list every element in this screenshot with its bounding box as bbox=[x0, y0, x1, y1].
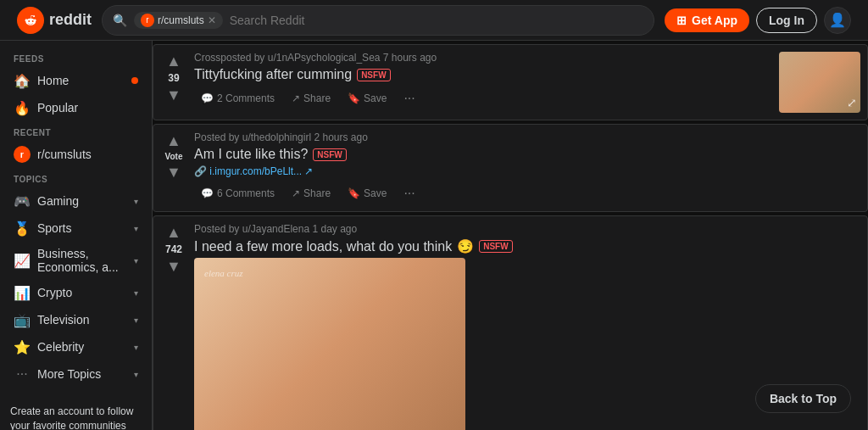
chevron-down-icon: ▾ bbox=[134, 288, 138, 298]
post-time: 7 hours ago bbox=[383, 52, 437, 64]
logo-text: reddit bbox=[49, 11, 92, 29]
home-icon: 🏠 bbox=[14, 72, 31, 89]
chevron-down-icon: ▾ bbox=[134, 343, 138, 352]
business-icon: 📈 bbox=[14, 252, 31, 269]
post-meta: Posted by u/JayandElena 1 day ago bbox=[194, 223, 860, 235]
main-layout: FEEDS 🏠 Home 🔥 Popular RECENT r r/cumslu… bbox=[0, 41, 868, 430]
recent-label: RECENT bbox=[0, 121, 152, 141]
sidebar-item-gaming[interactable]: 🎮 Gaming ▾ bbox=[0, 187, 152, 215]
share-icon: ↗ bbox=[292, 92, 300, 104]
comments-button[interactable]: 💬 2 Comments bbox=[194, 89, 281, 108]
vote-count: 39 bbox=[168, 72, 179, 84]
chevron-down-icon: ▾ bbox=[134, 316, 138, 325]
post-prefix: Posted by bbox=[194, 131, 239, 143]
nsfw-badge: nsfw bbox=[313, 148, 346, 161]
post-body: Crossposted by u/1nAPsychological_Sea 7 … bbox=[194, 52, 772, 113]
post-body: Posted by u/thedolphingirl 2 hours ago A… bbox=[194, 131, 860, 204]
upvote-button[interactable]: ▲ bbox=[164, 223, 183, 242]
feeds-label: FEEDS bbox=[0, 47, 152, 67]
sidebar-item-crypto[interactable]: 📊 Crypto ▾ bbox=[0, 279, 152, 306]
save-button[interactable]: 🔖 Save bbox=[341, 184, 393, 203]
post-title[interactable]: Am I cute like this? nsfw bbox=[194, 147, 860, 162]
search-bar: 🔍 r r/cumsluts ✕ bbox=[102, 5, 654, 36]
external-link-icon: ↗ bbox=[304, 165, 313, 177]
celebrity-icon: ⭐ bbox=[14, 338, 31, 355]
search-tag[interactable]: r r/cumsluts ✕ bbox=[134, 12, 223, 29]
comments-icon: 💬 bbox=[201, 92, 214, 104]
sidebar-item-home[interactable]: 🏠 Home bbox=[0, 67, 152, 94]
emoji: 😏 bbox=[457, 238, 474, 254]
logo-area[interactable]: reddit bbox=[17, 7, 92, 34]
sidebar-item-rcumsluts[interactable]: r r/cumsluts bbox=[0, 141, 152, 168]
downvote-button[interactable]: ▼ bbox=[164, 257, 183, 276]
search-input[interactable] bbox=[230, 14, 643, 27]
login-button[interactable]: Log In bbox=[756, 8, 817, 33]
more-icon: ··· bbox=[14, 366, 31, 383]
nsfw-badge: nsfw bbox=[479, 240, 512, 253]
save-button[interactable]: 🔖 Save bbox=[341, 89, 393, 108]
sidebar-rcumsluts-label: r/cumsluts bbox=[37, 148, 138, 161]
comments-button[interactable]: 💬 6 Comments bbox=[194, 184, 281, 203]
sidebar-popular-label: Popular bbox=[37, 101, 138, 114]
save-icon: 🔖 bbox=[348, 187, 360, 199]
join-section: Create an account to follow your favorit… bbox=[0, 394, 152, 430]
image-watermark: elena cruz bbox=[204, 268, 243, 430]
get-app-button[interactable]: ⊞ Get App bbox=[665, 8, 749, 32]
sidebar-more-label: More Topics bbox=[37, 367, 127, 381]
more-button[interactable]: ··· bbox=[397, 182, 421, 204]
sidebar-celebrity-label: Celebrity bbox=[37, 340, 127, 354]
sidebar-item-popular[interactable]: 🔥 Popular bbox=[0, 94, 152, 121]
post-title[interactable]: I need a few more loads, what do you thi… bbox=[194, 238, 860, 254]
reddit-logo-icon bbox=[17, 7, 44, 34]
nsfw-badge: nsfw bbox=[357, 69, 390, 81]
back-to-top-button[interactable]: Back to Top bbox=[755, 384, 851, 413]
post-thumbnail[interactable]: ⤢ bbox=[779, 52, 860, 113]
downvote-button[interactable]: ▼ bbox=[164, 163, 183, 181]
chevron-down-icon: ▾ bbox=[134, 197, 138, 206]
search-icon: 🔍 bbox=[113, 14, 127, 27]
post-author: u/JayandElena bbox=[242, 223, 309, 235]
chevron-down-icon: ▾ bbox=[134, 370, 138, 379]
comments-count: 6 Comments bbox=[217, 187, 275, 199]
post-title[interactable]: Tittyfucking after cumming nsfw bbox=[194, 67, 772, 82]
share-button[interactable]: ↗ Share bbox=[285, 89, 337, 108]
sidebar-business-label: Business, Economics, a... bbox=[37, 247, 127, 274]
post-title-text: Am I cute like this? bbox=[194, 147, 308, 162]
post-image[interactable]: elena cruz bbox=[194, 258, 465, 430]
share-icon: ↗ bbox=[292, 187, 300, 199]
sidebar-item-sports[interactable]: 🏅 Sports ▾ bbox=[0, 215, 152, 242]
search-tag-label: r/cumsluts bbox=[158, 14, 204, 26]
join-text: Create an account to follow your favorit… bbox=[10, 405, 142, 430]
upvote-button[interactable]: ▲ bbox=[164, 131, 183, 150]
downvote-button[interactable]: ▼ bbox=[164, 86, 183, 104]
search-tag-close-icon[interactable]: ✕ bbox=[208, 14, 216, 26]
sidebar-sports-label: Sports bbox=[37, 221, 127, 235]
more-button[interactable]: ··· bbox=[397, 87, 421, 109]
post-link[interactable]: 🔗 i.imgur.com/bPeLlt... ↗ bbox=[194, 165, 860, 177]
sidebar-item-business[interactable]: 📈 Business, Economics, a... ▾ bbox=[0, 242, 152, 279]
sidebar-item-celebrity[interactable]: ⭐ Celebrity ▾ bbox=[0, 333, 152, 360]
vote-count: 742 bbox=[165, 243, 182, 255]
post-title-text: I need a few more loads, what do you thi… bbox=[194, 239, 452, 254]
notification-dot bbox=[131, 77, 138, 84]
link-icon: 🔗 bbox=[194, 165, 207, 177]
header-right: ⊞ Get App Log In 👤 bbox=[665, 7, 851, 34]
sidebar-item-television[interactable]: 📺 Television ▾ bbox=[0, 306, 152, 333]
save-icon: 🔖 bbox=[348, 92, 360, 104]
post-meta: Posted by u/thedolphingirl 2 hours ago bbox=[194, 131, 860, 143]
sports-icon: 🏅 bbox=[14, 220, 31, 237]
share-button[interactable]: ↗ Share bbox=[285, 184, 337, 203]
user-menu-icon[interactable]: 👤 bbox=[824, 7, 851, 34]
vote-column: ▲ Vote ▼ bbox=[160, 131, 187, 204]
popular-icon: 🔥 bbox=[14, 99, 31, 116]
table-row: ▲ Vote ▼ Posted by u/thedolphingirl 2 ho… bbox=[153, 124, 868, 212]
expand-icon: ⤢ bbox=[847, 96, 857, 109]
post-title-text: Tittyfucking after cumming bbox=[194, 67, 352, 82]
comments-count: 2 Comments bbox=[217, 92, 275, 104]
upvote-button[interactable]: ▲ bbox=[164, 52, 183, 70]
post-author: u/thedolphingirl bbox=[242, 131, 311, 143]
comments-icon: 💬 bbox=[201, 187, 214, 199]
sidebar-home-label: Home bbox=[37, 74, 125, 87]
vote-column: ▲ 742 ▼ bbox=[160, 223, 187, 430]
sidebar-item-more-topics[interactable]: ··· More Topics ▾ bbox=[0, 360, 152, 388]
